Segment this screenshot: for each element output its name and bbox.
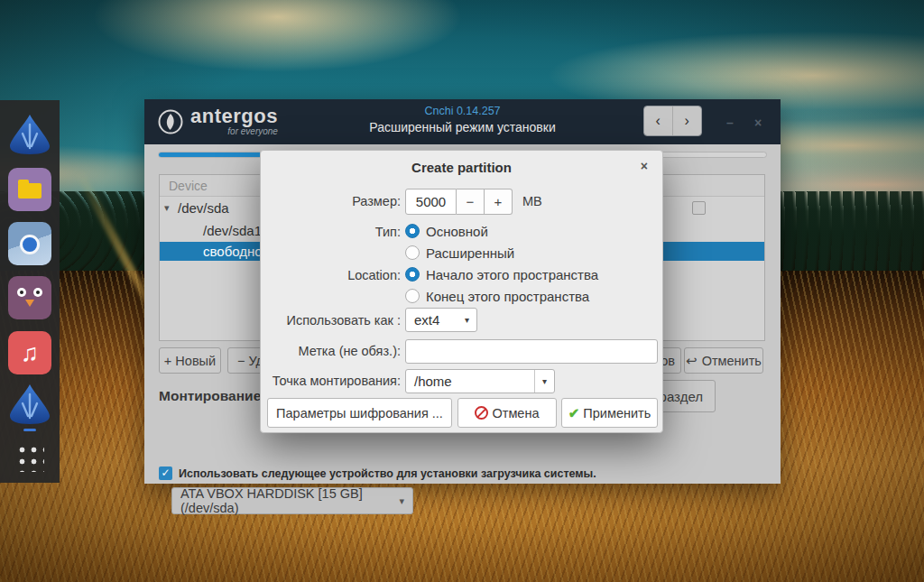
antergos-logo-icon [6,112,53,157]
dock-item-owl-app[interactable] [8,276,51,319]
bootloader-row: ✓ Использовать следующее устройство для … [159,467,596,480]
chromium-browser-icon [20,235,40,254]
desktop: ♫ antergos for everyone [0,0,924,582]
type-label: Тип: [261,225,401,239]
new-partition-button[interactable]: + Новый [159,347,221,374]
minimize-button[interactable]: – [726,115,734,130]
size-minus-button[interactable]: − [457,189,485,215]
cancel-icon [475,406,488,420]
bootloader-device-select[interactable]: ATA VBOX HARDDISK [15 GB] (/dev/sda) ▾ [171,487,413,514]
mount-point-select[interactable]: /home ▾ [405,369,555,393]
size-label: Размер: [261,194,401,208]
size-plus-button[interactable]: + [485,189,513,215]
radio-extended-label: Расширенный [426,245,514,261]
radio-end-label: Конец этого пространства [426,289,589,304]
dock-item-music[interactable]: ♫ [8,331,51,374]
format-checkbox[interactable] [692,201,706,215]
dock-item-antergos[interactable] [6,112,53,157]
forward-button[interactable]: › [673,106,702,135]
antergos-installer-icon [6,382,53,427]
dock-item-app-launcher[interactable] [15,443,44,472]
cancel-button[interactable]: Отмена [457,398,557,428]
size-unit-label: MB [522,194,542,208]
chevron-down-icon: ▾ [399,495,404,507]
bootloader-label: Использовать следующее устройство для ус… [179,467,596,480]
back-button[interactable]: ‹ [644,106,673,135]
expander-icon[interactable]: ▾ [164,197,170,219]
partition-label-label: Метка (не обяз.): [261,344,401,358]
dialog-close-icon[interactable]: × [641,159,648,173]
running-indicator [23,429,36,431]
dock-item-installer[interactable] [6,382,53,427]
dialog-title: Create partition [261,160,662,175]
radio-extended[interactable] [405,245,420,260]
mount-point-label: Точка монтирования: [261,374,401,388]
chevron-down-icon: ▾ [535,376,554,386]
size-input[interactable]: 5000 [405,189,457,215]
music-note-icon: ♫ [21,339,39,367]
mounting-section-label: Монтирование [159,388,261,404]
bootloader-checkbox[interactable]: ✓ [159,467,172,480]
close-button[interactable]: × [754,115,762,130]
undo-icon: ↩ [686,353,698,369]
use-as-label: Использовать как : [261,313,401,328]
radio-beginning[interactable] [405,267,420,282]
titlebar: antergos for everyone Cnchi 0.14.257 Рас… [144,99,781,144]
undo-button[interactable]: ↩ Отменить [684,347,763,374]
owl-app-icon [17,288,26,297]
radio-beginning-label: Начало этого пространства [426,267,598,282]
nav-buttons: ‹ › [643,106,702,136]
radio-end[interactable] [405,289,420,303]
filesystem-select[interactable]: ext4 ▾ [405,308,477,332]
dock-item-browser[interactable] [8,222,51,265]
dock: ♫ [0,100,60,483]
chevron-down-icon: ▾ [457,315,476,325]
apply-button[interactable]: ✔ Применить [561,398,658,428]
create-partition-dialog: Create partition × Размер: 5000 − + MB Т… [260,150,663,433]
radio-primary-label: Основной [426,224,488,239]
radio-primary[interactable] [405,224,420,238]
checkmark-icon: ✔ [568,405,580,421]
partition-label-input[interactable] [405,339,658,364]
encryption-options-button[interactable]: Параметры шифрования ... [267,398,452,428]
location-label: Location: [261,268,401,282]
dock-item-files[interactable] [8,168,51,211]
